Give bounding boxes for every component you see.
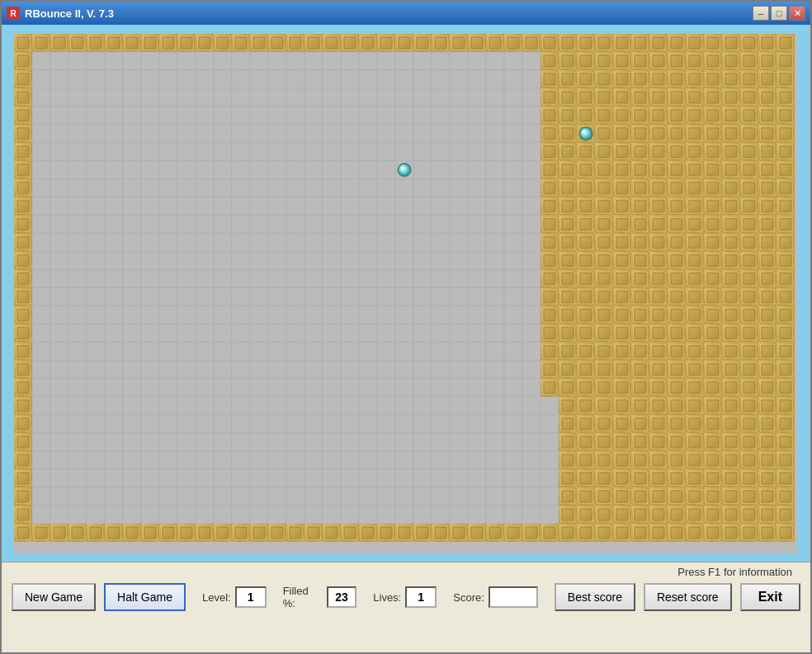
score-value — [489, 586, 538, 608]
level-value: 1 — [235, 586, 267, 608]
bottom-panel: Press F1 for information New Game Halt G… — [2, 562, 810, 652]
main-window: R RBounce II, V. 7.3 – □ ✕ Press F1 for … — [0, 0, 812, 654]
level-label: Level: — [202, 591, 231, 604]
window-title: RBounce II, V. 7.3 — [25, 7, 114, 20]
lives-value: 1 — [405, 586, 437, 608]
filled-group: Filled %: 23 — [283, 585, 357, 609]
lives-group: Lives: 1 — [373, 586, 437, 608]
new-game-button[interactable]: New Game — [12, 583, 96, 611]
maximize-button[interactable]: □ — [771, 6, 787, 21]
game-area — [2, 25, 810, 562]
title-bar-left: R RBounce II, V. 7.3 — [7, 7, 114, 20]
score-label: Score: — [453, 591, 484, 604]
level-group: Level: 1 — [202, 586, 267, 608]
lives-label: Lives: — [373, 591, 401, 604]
score-group: Score: — [453, 586, 538, 608]
app-icon: R — [7, 7, 20, 20]
exit-button[interactable]: Exit — [740, 583, 800, 611]
filled-label: Filled %: — [283, 585, 323, 609]
title-bar: R RBounce II, V. 7.3 – □ ✕ — [2, 2, 810, 25]
controls-row: New Game Halt Game Level: 1 Filled %: 23… — [12, 583, 800, 611]
reset-score-button[interactable]: Reset score — [644, 583, 732, 611]
close-button[interactable]: ✕ — [789, 6, 805, 21]
best-score-button[interactable]: Best score — [555, 583, 635, 611]
game-canvas[interactable] — [14, 34, 798, 553]
halt-game-button[interactable]: Halt Game — [104, 583, 186, 611]
title-bar-controls: – □ ✕ — [753, 6, 805, 21]
filled-value: 23 — [327, 586, 357, 608]
info-line: Press F1 for information — [12, 566, 800, 578]
minimize-button[interactable]: – — [753, 6, 769, 21]
